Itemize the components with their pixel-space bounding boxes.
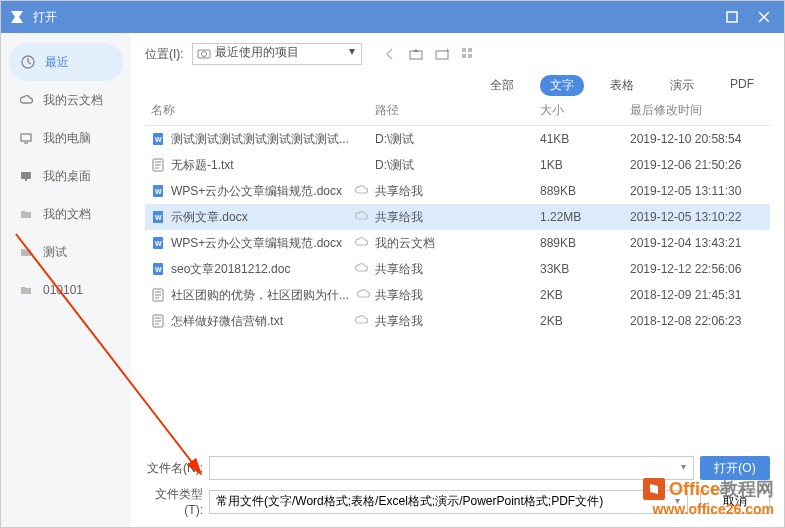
chevron-down-icon[interactable]: ▾ <box>675 495 680 506</box>
file-date: 2019-12-12 22:56:06 <box>630 262 770 276</box>
filter-1[interactable]: 文字 <box>540 75 584 96</box>
svg-rect-4 <box>21 134 31 141</box>
svg-text:W: W <box>155 136 162 143</box>
file-size: 2KB <box>540 288 630 302</box>
file-type-icon: W <box>151 132 165 146</box>
cloud-icon <box>353 182 369 201</box>
cloud-icon <box>353 208 369 227</box>
open-button[interactable]: 打开(O) <box>700 456 770 480</box>
sidebar-item-label: 我的电脑 <box>43 130 91 147</box>
file-name: 怎样做好微信营销.txt <box>171 313 283 330</box>
filetype-input[interactable] <box>209 490 688 514</box>
file-date: 2019-12-06 21:50:26 <box>630 158 770 172</box>
file-path: 共享给我 <box>375 261 540 278</box>
file-type-icon: W <box>151 210 165 224</box>
filter-0[interactable]: 全部 <box>480 75 524 96</box>
svg-point-9 <box>201 52 206 57</box>
file-path: 共享给我 <box>375 287 540 304</box>
svg-text:W: W <box>155 240 162 247</box>
file-path: 我的云文档 <box>375 235 540 252</box>
toolbar: 位置(I): 最近使用的项目 + <box>145 43 770 65</box>
close-button[interactable] <box>752 5 776 29</box>
sidebar: 最近我的云文档我的电脑我的桌面我的文档测试010101 <box>1 33 131 527</box>
file-size: 1.22MB <box>540 210 630 224</box>
table-row[interactable]: WWPS+云办公文章编辑规范.docx共享给我889KB2019-12-05 1… <box>145 178 770 204</box>
folder-icon <box>19 245 33 259</box>
sidebar-item-label: 我的云文档 <box>43 92 103 109</box>
col-name[interactable]: 名称 <box>145 102 375 119</box>
table-row[interactable]: Wseo文章20181212.doc共享给我33KB2019-12-12 22:… <box>145 256 770 282</box>
filter-3[interactable]: 演示 <box>660 75 704 96</box>
sidebar-item-6[interactable]: 010101 <box>1 271 131 309</box>
new-folder-icon[interactable]: + <box>434 46 450 62</box>
back-icon[interactable] <box>382 46 398 62</box>
file-list: W测试测试测试测试测试测试测试...D:\测试41KB2019-12-10 20… <box>145 126 770 450</box>
titlebar: 打开 <box>1 1 784 33</box>
svg-rect-13 <box>462 48 466 52</box>
file-date: 2019-12-10 20:58:54 <box>630 132 770 146</box>
location-select[interactable]: 最近使用的项目 <box>192 43 362 65</box>
filter-tabs: 全部文字表格演示PDF <box>145 75 770 96</box>
file-name: seo文章20181212.doc <box>171 261 290 278</box>
file-date: 2019-12-05 13:10:22 <box>630 210 770 224</box>
filetype-label: 文件类型(T): <box>145 486 203 517</box>
view-icon[interactable] <box>460 46 476 62</box>
app-logo-icon <box>9 9 25 25</box>
svg-text:W: W <box>155 266 162 273</box>
file-path: 共享给我 <box>375 313 540 330</box>
sidebar-item-label: 我的桌面 <box>43 168 91 185</box>
svg-rect-16 <box>468 54 472 58</box>
file-size: 41KB <box>540 132 630 146</box>
svg-text:+: + <box>445 46 450 55</box>
file-size: 2KB <box>540 314 630 328</box>
cloud-icon <box>353 312 369 331</box>
filter-2[interactable]: 表格 <box>600 75 644 96</box>
table-row[interactable]: 怎样做好微信营销.txt共享给我2KB2018-12-08 22:06:23 <box>145 308 770 334</box>
col-path[interactable]: 路径 <box>375 102 540 119</box>
sidebar-item-0[interactable]: 最近 <box>9 43 123 81</box>
col-date[interactable]: 最后修改时间 <box>630 102 770 119</box>
filename-input[interactable] <box>209 456 694 480</box>
cancel-button[interactable]: 取消 <box>700 490 770 514</box>
svg-text:W: W <box>155 188 162 195</box>
location-label: 位置(I): <box>145 46 184 63</box>
folder-icon <box>19 207 33 221</box>
file-path: 共享给我 <box>375 183 540 200</box>
sidebar-item-4[interactable]: 我的文档 <box>1 195 131 233</box>
svg-rect-7 <box>25 179 27 181</box>
table-row[interactable]: W示例文章.docx共享给我1.22MB2019-12-05 13:10:22 <box>145 204 770 230</box>
table-row[interactable]: 社区团购的优势，社区团购为什...共享给我2KB2018-12-09 21:45… <box>145 282 770 308</box>
file-name: 无标题-1.txt <box>171 157 234 174</box>
main-panel: 位置(I): 最近使用的项目 + 全部文字表格演示PDF 名称 路径 大小 最后… <box>131 33 784 527</box>
col-size[interactable]: 大小 <box>540 102 630 119</box>
table-row[interactable]: 无标题-1.txtD:\测试1KB2019-12-06 21:50:26 <box>145 152 770 178</box>
file-path: D:\测试 <box>375 157 540 174</box>
file-size: 1KB <box>540 158 630 172</box>
table-row[interactable]: W测试测试测试测试测试测试测试...D:\测试41KB2019-12-10 20… <box>145 126 770 152</box>
sidebar-item-2[interactable]: 我的电脑 <box>1 119 131 157</box>
cloud-icon <box>353 260 369 279</box>
file-path: D:\测试 <box>375 131 540 148</box>
sidebar-item-label: 最近 <box>45 54 69 71</box>
file-type-icon: W <box>151 184 165 198</box>
filename-label: 文件名(N): <box>145 460 203 477</box>
cloud-icon <box>19 93 33 107</box>
sidebar-item-3[interactable]: 我的桌面 <box>1 157 131 195</box>
cloud-icon <box>353 234 369 253</box>
table-header: 名称 路径 大小 最后修改时间 <box>145 102 770 126</box>
filter-4[interactable]: PDF <box>720 75 764 96</box>
file-name: WPS+云办公文章编辑规范.docx <box>171 235 342 252</box>
chevron-down-icon[interactable]: ▾ <box>681 461 686 472</box>
file-type-icon <box>151 158 165 172</box>
table-row[interactable]: WWPS+云办公文章编辑规范.docx我的云文档889KB2019-12-04 … <box>145 230 770 256</box>
sidebar-item-5[interactable]: 测试 <box>1 233 131 271</box>
file-size: 889KB <box>540 236 630 250</box>
svg-rect-0 <box>727 12 737 22</box>
file-name: 示例文章.docx <box>171 209 248 226</box>
file-size: 889KB <box>540 184 630 198</box>
minimize-button[interactable] <box>720 5 744 29</box>
up-folder-icon[interactable] <box>408 46 424 62</box>
file-date: 2019-12-05 13:11:30 <box>630 184 770 198</box>
sidebar-item-1[interactable]: 我的云文档 <box>1 81 131 119</box>
folder-icon <box>19 283 33 297</box>
